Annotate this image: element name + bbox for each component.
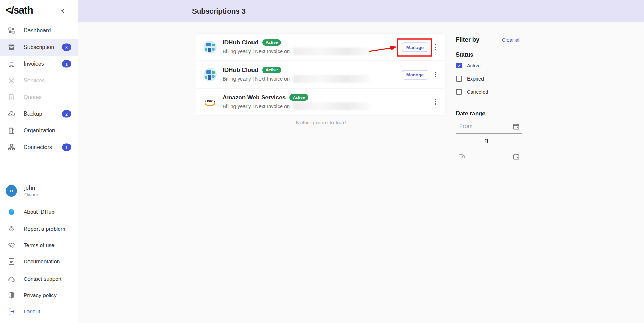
topbar: Subscriptions 3 [78, 0, 644, 22]
connectors-icon [8, 143, 15, 151]
sidebar-item-subscription[interactable]: Subscription 3 [0, 39, 78, 56]
sidebar-item-dashboard[interactable]: Dashboard [0, 22, 78, 39]
manage-button[interactable]: Manage [402, 70, 428, 79]
sidebar-link-label: Contact support [24, 276, 61, 282]
subscription-icon [8, 43, 15, 51]
services-icon [8, 77, 15, 84]
billing-info: Billing yearly | Next Invoice on [223, 49, 290, 54]
kebab-menu-icon[interactable] [432, 71, 438, 79]
headset-icon [8, 275, 15, 283]
status-badge: Active [262, 39, 281, 46]
sidebar-item-label: Organization [24, 127, 55, 134]
subscription-name: Amazon Web Services [223, 94, 286, 101]
sidebar-item-label: Dashboard [24, 27, 51, 34]
sidebar-link-logout[interactable]: Logout [0, 305, 78, 318]
sidebar-item-quotes: $ Quotes [0, 89, 78, 106]
connectors-count-badge: 1 [62, 144, 71, 151]
sidebar-link-label: Privacy policy [24, 292, 57, 298]
sidebar-item-backup[interactable]: Backup 2 [0, 106, 78, 122]
sidebar-link-privacy-policy[interactable]: Privacy policy [0, 288, 78, 302]
subscription-list: IDHub Cloud Active Billing yearly | Next… [196, 34, 445, 116]
calendar-icon[interactable] [512, 123, 520, 130]
clear-all-filters-link[interactable]: Clear all [502, 37, 520, 43]
sidebar-item-organization[interactable]: Organization [0, 122, 78, 139]
idhub-cloud-illustration [202, 40, 218, 55]
sidebar-link-label: Report a problem [24, 226, 65, 232]
checkbox-checked-icon[interactable] [456, 63, 462, 68]
shield-icon [8, 291, 15, 299]
sidebar-item-label: Subscription [24, 44, 54, 50]
calendar-icon[interactable] [512, 153, 520, 160]
kebab-menu-icon[interactable] [432, 98, 438, 106]
sidebar-item-label: Connectors [24, 144, 52, 150]
sidebar-link-label: Terms of use [24, 242, 55, 248]
date-from-input[interactable] [459, 123, 508, 130]
date-to-input[interactable] [459, 153, 508, 160]
sidebar-item-invoices[interactable]: Invoices 1 [0, 56, 78, 72]
sidebar-collapse-icon[interactable] [59, 7, 66, 14]
organization-icon [8, 127, 15, 134]
manage-button[interactable]: Manage [402, 42, 428, 52]
sidebar-link-contact-support[interactable]: Contact support [0, 272, 78, 286]
sidebar-item-label: Invoices [24, 61, 44, 67]
subscription-card-idhub-1: IDHub Cloud Active Billing yearly | Next… [196, 34, 445, 60]
bug-icon [8, 225, 15, 233]
user-name: john [24, 184, 38, 191]
invoices-icon [8, 60, 15, 68]
svg-text:aws: aws [205, 98, 215, 103]
filter-option-active[interactable]: Active [456, 63, 481, 68]
filter-option-expired[interactable]: Expired [456, 76, 484, 82]
sidebar-link-label: Logout [24, 308, 40, 315]
sath-logo: </sath [6, 5, 33, 16]
checkbox-unchecked-icon[interactable] [456, 76, 462, 82]
subscription-name: IDHub Cloud [223, 67, 258, 74]
dashboard-icon [8, 27, 15, 34]
date-range-section-title: Date range [456, 110, 485, 117]
idhub-cloud-illustration [202, 67, 218, 82]
date-from-field[interactable] [456, 121, 522, 134]
sidebar: </sath Dashboard Subscription 3 [0, 0, 78, 323]
sidebar-nav: Dashboard Subscription 3 Invoices 1 [0, 22, 78, 156]
sidebar-link-report-problem[interactable]: Report a problem [0, 222, 78, 236]
quotes-icon: $ [8, 93, 15, 101]
redacted-invoice-date [293, 75, 370, 83]
sidebar-item-label: Services [24, 77, 45, 84]
backup-count-badge: 2 [62, 110, 71, 118]
subscription-card-aws: aws Amazon Web Services Active Billing y… [196, 89, 445, 115]
aws-logo: aws [202, 94, 218, 110]
date-to-field[interactable] [456, 151, 522, 164]
sidebar-link-documentation[interactable]: Documentation [0, 255, 78, 268]
subscription-count-badge: 3 [62, 44, 71, 51]
filter-option-canceled[interactable]: Canceled [456, 89, 488, 95]
kebab-menu-icon[interactable] [432, 43, 438, 51]
sidebar-link-terms-of-use[interactable]: Terms of use [0, 238, 78, 252]
filter-option-label: Active [467, 63, 481, 68]
filter-panel-title: Filter by [456, 36, 479, 43]
hexagon-logo-icon [8, 208, 15, 216]
invoices-count-badge: 1 [62, 60, 71, 68]
handshake-icon [8, 241, 15, 249]
sidebar-item-connectors[interactable]: Connectors 1 [0, 139, 78, 156]
sidebar-link-label: Documentation [24, 258, 60, 265]
sidebar-link-about-idhub[interactable]: About IDHub [0, 205, 78, 219]
billing-info: Billing yearly | Next Invoice on [223, 103, 290, 109]
svg-text:$: $ [10, 96, 12, 99]
avatar: JT [6, 185, 17, 197]
sidebar-item-label: Quotes [24, 94, 42, 100]
user-role: Owner [24, 192, 38, 197]
sidebar-link-label: About IDHub [24, 209, 55, 215]
billing-info: Billing yearly | Next Invoice on [223, 76, 290, 82]
end-of-list-message: Nothing more to load [196, 119, 445, 126]
logo-row: </sath [0, 0, 78, 22]
filter-option-label: Canceled [467, 89, 488, 95]
document-icon [8, 258, 15, 265]
status-badge: Active [262, 67, 281, 73]
subscriptions-page: </sath Dashboard Subscription 3 [0, 0, 644, 323]
user-profile[interactable]: JT john Owner [6, 184, 38, 197]
page-title: Subscriptions 3 [192, 7, 246, 15]
checkbox-unchecked-icon[interactable] [456, 89, 462, 95]
subscription-name: IDHub Cloud [223, 39, 258, 46]
status-section-title: Status [456, 51, 473, 58]
swap-dates-icon[interactable] [483, 137, 490, 145]
redacted-invoice-date [293, 48, 370, 55]
